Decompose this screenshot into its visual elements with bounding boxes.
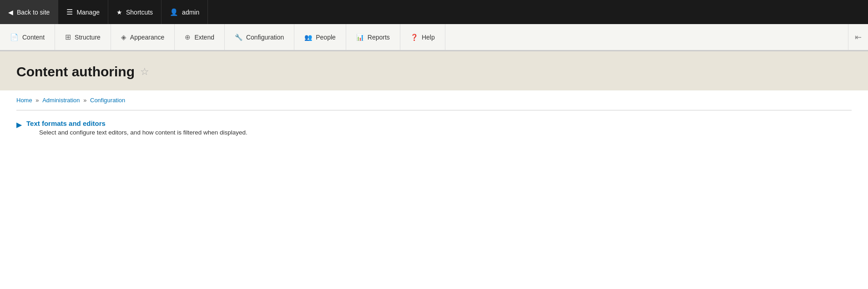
nav-structure[interactable]: Structure: [55, 24, 111, 50]
text-formats-description: Select and configure text editors, and h…: [39, 129, 247, 136]
admin-user-label: admin: [182, 9, 199, 16]
nav-content[interactable]: Content: [0, 24, 55, 50]
breadcrumb: Home » Administration » Configuration: [0, 90, 868, 104]
nav-help[interactable]: Help: [400, 24, 445, 50]
list-item: Text formats and editors Select and conf…: [16, 120, 852, 136]
admin-user-button[interactable]: admin: [161, 0, 208, 24]
help-icon: [410, 32, 418, 42]
breadcrumb-sep-2: »: [83, 97, 88, 104]
back-to-site-label: Back to site: [17, 9, 50, 16]
admin-bar: Back to site Manage Shortcuts admin: [0, 0, 868, 24]
nav-help-label: Help: [422, 34, 435, 41]
expand-arrow-icon[interactable]: [16, 120, 22, 130]
appearance-icon: [121, 32, 126, 42]
content-icon: [10, 32, 19, 42]
text-formats-link[interactable]: Text formats and editors: [26, 120, 106, 127]
nav-appearance-label: Appearance: [130, 34, 165, 41]
nav-extend-label: Extend: [194, 34, 214, 41]
breadcrumb-sep-1: »: [35, 97, 40, 104]
nav-appearance[interactable]: Appearance: [111, 24, 175, 50]
nav-reports-label: Reports: [368, 34, 390, 41]
page-title: Content authoring: [16, 64, 135, 80]
content-area: Text formats and editors Select and conf…: [0, 110, 868, 149]
nav-extend[interactable]: Extend: [175, 24, 225, 50]
collapse-icon: [855, 32, 862, 42]
breadcrumb-home[interactable]: Home: [16, 97, 32, 104]
back-icon: [8, 8, 13, 16]
nav-people[interactable]: People: [294, 24, 346, 50]
breadcrumb-administration[interactable]: Administration: [42, 97, 80, 104]
page-title-row: Content authoring ☆: [16, 64, 852, 80]
page-header: Content authoring ☆: [0, 51, 868, 90]
reports-icon: [356, 32, 364, 42]
section-text-block: Text formats and editors Select and conf…: [26, 120, 247, 136]
nav-people-label: People: [316, 34, 336, 41]
manage-button[interactable]: Manage: [58, 0, 108, 24]
nav-reports[interactable]: Reports: [346, 24, 400, 50]
nav-collapse-button[interactable]: [848, 24, 868, 50]
user-icon: [170, 8, 178, 16]
manage-label: Manage: [76, 9, 100, 16]
star-icon: [116, 8, 122, 16]
back-to-site-button[interactable]: Back to site: [0, 0, 58, 24]
nav-structure-label: Structure: [75, 34, 101, 41]
people-icon: [304, 32, 312, 42]
config-icon: [235, 32, 242, 42]
nav-configuration[interactable]: Configuration: [225, 24, 294, 50]
shortcuts-button[interactable]: Shortcuts: [108, 0, 161, 24]
shortcuts-label: Shortcuts: [126, 9, 153, 16]
nav-configuration-label: Configuration: [246, 34, 284, 41]
main-nav: Content Structure Appearance Extend Conf…: [0, 24, 868, 51]
structure-icon: [65, 32, 71, 42]
menu-icon: [66, 8, 73, 16]
nav-content-label: Content: [22, 34, 45, 41]
bookmark-icon[interactable]: ☆: [140, 66, 149, 78]
extend-icon: [185, 32, 191, 42]
breadcrumb-configuration[interactable]: Configuration: [90, 97, 125, 104]
